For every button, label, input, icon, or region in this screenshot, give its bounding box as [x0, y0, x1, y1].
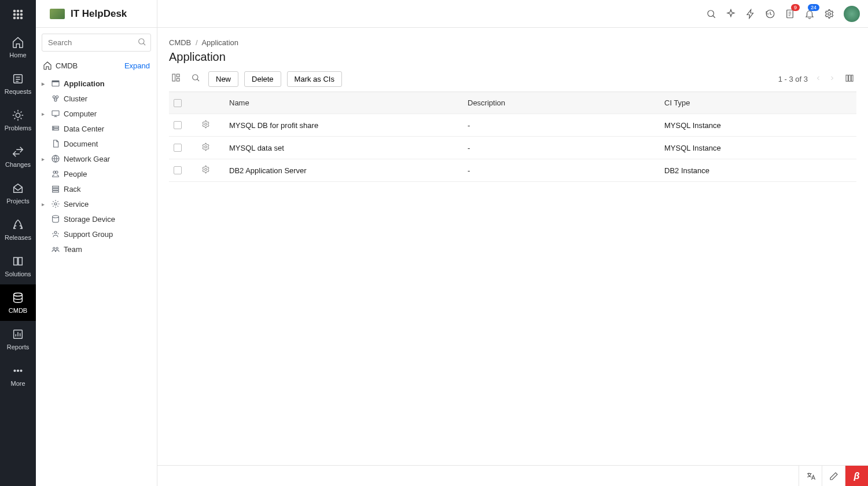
nav-requests[interactable]: Requests: [0, 65, 36, 102]
chevron-right-icon[interactable]: ▸: [42, 156, 47, 162]
tree-item-label: Team: [64, 245, 82, 254]
expand-link[interactable]: Expand: [124, 61, 150, 70]
tree-item-people[interactable]: People: [36, 166, 157, 181]
delete-button[interactable]: Delete: [244, 71, 281, 87]
row-checkbox[interactable]: [174, 121, 182, 129]
apps-grid-icon[interactable]: [0, 0, 36, 29]
nav-changes[interactable]: Changes: [0, 138, 36, 175]
tree-item-support-group[interactable]: Support Group: [36, 226, 157, 242]
nav-label: Changes: [5, 161, 31, 168]
col-description[interactable]: Description: [463, 95, 660, 111]
brand-title: IT HelpDesk: [71, 8, 127, 20]
tree-item-label: Data Center: [64, 125, 104, 133]
tree-item-icon: [51, 109, 60, 118]
columns-icon[interactable]: [843, 71, 856, 87]
nav-problems[interactable]: Problems: [0, 102, 36, 138]
tree-root[interactable]: CMDB: [43, 61, 78, 70]
svg-point-3: [14, 14, 16, 16]
svg-point-19: [53, 96, 55, 98]
col-name[interactable]: Name: [225, 95, 463, 111]
tree-item-label: Document: [64, 140, 98, 148]
brand[interactable]: IT HelpDesk: [44, 8, 194, 20]
brand-logo: [50, 9, 65, 19]
mark-as-cis-button[interactable]: Mark as CIs: [287, 71, 342, 87]
svg-point-36: [53, 247, 55, 249]
table-row[interactable]: DB2 Application Server-DB2 Instance: [169, 159, 856, 182]
tree-panel: CMDB Expand ▸ApplicationCluster▸Computer…: [36, 0, 157, 486]
nav-label: Reports: [7, 344, 30, 350]
search-icon[interactable]: [137, 37, 146, 49]
tree-item-label: Rack: [64, 185, 81, 193]
row-checkbox[interactable]: [174, 166, 182, 174]
tree-item-cluster[interactable]: Cluster: [36, 91, 157, 106]
tree-item-label: Application: [64, 79, 105, 88]
nav-projects[interactable]: Projects: [0, 175, 36, 211]
chevron-right-icon[interactable]: ▸: [42, 111, 47, 117]
nav-releases[interactable]: Releases: [0, 211, 36, 248]
tree-item-storage-device[interactable]: Storage Device: [36, 211, 157, 226]
chevron-right-icon[interactable]: ▸: [42, 81, 47, 87]
page-title: Application: [169, 50, 856, 64]
svg-point-20: [56, 96, 58, 98]
prev-page-icon[interactable]: [815, 75, 822, 83]
cell-name: MYSQL DB for profit share: [225, 118, 463, 133]
avatar[interactable]: [844, 6, 860, 22]
nav-home[interactable]: Home: [0, 29, 36, 65]
tree-item-network-gear[interactable]: ▸Network Gear: [36, 151, 157, 166]
bolt-icon[interactable]: [745, 9, 756, 19]
language-icon[interactable]: [799, 466, 822, 487]
row-checkbox[interactable]: [174, 144, 182, 152]
breadcrumb-root[interactable]: CMDB: [169, 38, 191, 47]
bell-icon[interactable]: 24: [804, 9, 815, 19]
svg-rect-46: [849, 75, 851, 81]
row-gear-icon[interactable]: [197, 162, 225, 179]
select-all-checkbox[interactable]: [174, 99, 182, 107]
nav-solutions[interactable]: Solutions: [0, 248, 36, 284]
tree-item-label: Support Group: [64, 230, 113, 239]
notes-icon[interactable]: 9: [785, 9, 795, 19]
row-gear-icon[interactable]: [197, 139, 225, 156]
nav-label: Projects: [6, 198, 30, 204]
tree-item-icon: [51, 139, 60, 148]
tree-item-label: Storage Device: [64, 215, 115, 224]
new-button[interactable]: New: [208, 71, 238, 87]
nav-cmdb[interactable]: CMDB: [0, 284, 36, 321]
nav-label: Home: [9, 52, 26, 59]
row-gear-icon[interactable]: [197, 116, 225, 134]
filter-search-icon[interactable]: [189, 71, 203, 87]
nav-reports[interactable]: Reports: [0, 321, 36, 357]
svg-point-0: [14, 10, 16, 12]
tree-item-computer[interactable]: ▸Computer: [36, 106, 157, 121]
table-row[interactable]: MYSQL data set-MYSQL Instance: [169, 137, 856, 159]
chevron-right-icon[interactable]: ▸: [42, 201, 47, 207]
tree-item-team[interactable]: Team: [36, 242, 157, 257]
tree-item-label: People: [64, 170, 87, 178]
gear-icon[interactable]: [824, 9, 834, 19]
tree-item-data-center[interactable]: Data Center: [36, 121, 157, 136]
layout-icon[interactable]: [169, 71, 183, 87]
svg-rect-30: [53, 186, 59, 188]
next-page-icon[interactable]: [829, 75, 836, 83]
beta-icon[interactable]: β: [845, 466, 868, 487]
nav-label: CMDB: [9, 307, 27, 314]
tree-item-service[interactable]: ▸Service: [36, 196, 157, 211]
tree-item-label: Computer: [64, 109, 97, 118]
tree-item-rack[interactable]: Rack: [36, 181, 157, 196]
tree-item-application[interactable]: ▸Application: [36, 76, 157, 91]
table-row[interactable]: MYSQL DB for profit share-MYSQL Instance: [169, 114, 856, 137]
history-icon[interactable]: [765, 9, 775, 19]
col-citype[interactable]: CI Type: [660, 95, 856, 111]
svg-point-29: [56, 171, 58, 173]
search-input[interactable]: [42, 34, 151, 52]
tree-item-label: Network Gear: [64, 155, 110, 163]
bottombar: β: [157, 465, 868, 486]
nav-more[interactable]: More: [0, 357, 36, 394]
topbar: IT HelpDesk 9 24: [157, 0, 868, 28]
search-box: [42, 34, 151, 52]
edit-icon[interactable]: [822, 466, 845, 487]
global-search-icon[interactable]: [706, 9, 716, 19]
cell-name: DB2 Application Server: [225, 163, 463, 178]
sparkle-icon[interactable]: [726, 9, 736, 19]
svg-point-16: [139, 39, 144, 44]
tree-item-document[interactable]: Document: [36, 136, 157, 151]
